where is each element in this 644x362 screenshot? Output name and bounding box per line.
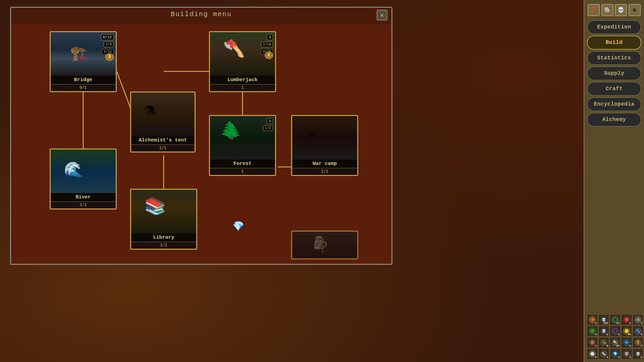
inv-slot-3-4[interactable]: 🔷 5 [621,337,632,348]
forest-counter: 1 [210,168,275,175]
build-button[interactable]: Build [587,36,641,50]
bridge-label: Bridge [51,76,116,84]
skull-icon[interactable]: 💀 [615,4,627,16]
inv-slot-1-4[interactable]: 🔴 1 [621,314,632,325]
library-counter: 1/1 [131,242,196,249]
inv-count: 3 [641,321,642,324]
inv-count: 1 [629,321,631,324]
inv-slot-2-4[interactable]: 🟡 99 [621,326,632,337]
inv-count: 20 [616,344,620,347]
inv-slot-4-3[interactable]: 💎 3 [610,349,621,359]
inv-slot-1-3[interactable]: ⚙️ 12 [610,314,621,325]
library-image: 📚 [131,190,196,233]
library-card[interactable]: 📚 Library 1/1 [130,189,197,250]
inv-slot-2-3[interactable]: ⚗️ 4 [610,326,621,337]
inv-count: 5 [595,356,597,359]
lumberjack-badge1: 3 [267,34,273,40]
close-button[interactable]: ✕ [377,10,387,20]
lumberjack-card[interactable]: 🪓 3 1/19 0/15 2 Lumberjack 1 [209,31,276,92]
warcamp-card[interactable]: ⚔️ War camp 1/1 [291,115,358,176]
settings-icon[interactable]: ⚙️ [629,4,641,16]
bridge-card[interactable]: 0/12 1/9 5/15 3 Bridge 0/1 [50,31,117,92]
cursor-character: 💎 [232,221,244,232]
river-label: River [51,193,116,201]
river-card[interactable]: 🌊 River 1/1 [50,148,117,209]
inv-count: 3 [618,356,620,359]
bridge-coin: 3 [105,53,114,61]
supply-button[interactable]: Supply [587,66,641,80]
creature-icon[interactable]: 🐘 [601,4,613,16]
expedition-button[interactable]: Expedition [587,20,641,34]
forest-label: Forest [210,160,275,168]
inv-count: 5 [641,356,642,359]
inv-slot-2-2[interactable]: 💀 2 [598,326,609,337]
alchemist-label: Alchemist's tent [131,136,195,144]
inv-count: 12 [616,321,620,324]
inv-slot-4-5[interactable]: 💀 5 [633,349,643,359]
craft-button[interactable]: Craft [587,82,641,96]
encyclopedia-button[interactable]: Encyclopedia [587,97,641,111]
lumberjack-counter: 1 [210,84,275,91]
inv-count: 150 [603,321,608,324]
inv-count: 3 [629,356,631,359]
inv-count: 5 [641,344,642,347]
title-bar: Building menu ✕ [11,8,391,21]
statistics-button[interactable]: Statistics [587,51,641,65]
unknown-image: 🗿 [292,232,357,258]
inv-slot-3-3[interactable]: 💊 20 [610,337,621,348]
inv-count: 9 [606,344,608,347]
alchemist-image: ⚗️ [131,93,195,136]
forest-image: 🌲 3 1/2 [210,116,275,160]
building-menu-window: Building menu ✕ ▲ ▼ 0/12 1/9 5/15 [10,7,392,265]
alchemist-counter: 1/1 [131,144,195,152]
inventory-grid: 🌾 2 💀 150 ⚙️ 12 🔴 1 🪨 3 🌿 5 💀 2 ⚗️ [587,312,641,359]
sidebar-top-icons: ❓ 🐘 💀 ⚙️ [587,3,641,17]
inv-slot-2-5[interactable]: 🔧 9 [633,326,643,337]
inv-count: 3 [606,356,608,359]
inv-count: 5 [629,344,631,347]
lumberjack-coin: 2 [265,52,273,59]
inv-slot-4-2[interactable]: 🦴 3 [598,349,609,359]
inv-slot-4-1[interactable]: ⚪ 5 [587,349,598,359]
window-title: Building menu [171,10,232,18]
forest-card[interactable]: 🌲 3 1/2 Forest 1 [209,115,276,176]
bridge-badge2: 1/9 [104,42,114,47]
inv-count: 2 [606,333,608,336]
inv-slot-4-4[interactable]: 🐺 3 [621,349,632,359]
inv-slot-3-2[interactable]: 🪶 9 [598,337,609,348]
river-image: 🌊 [51,149,116,193]
bridge-badge1: 0/12 [101,34,114,40]
unknown-card[interactable]: 🗿 [291,231,358,259]
inv-count: 2 [595,321,597,324]
forest-badge1: 3 [267,118,273,124]
lumberjack-badge2: 1/19 [261,42,273,47]
warcamp-counter: 1/1 [292,168,357,175]
inv-count: 9 [641,333,642,336]
help-icon[interactable]: ❓ [588,4,600,16]
warcamp-label: War camp [292,160,357,168]
inv-count: 99 [628,333,631,336]
inv-count: 1 [595,344,597,347]
lumberjack-label: Lumberjack [210,76,275,84]
inv-count: 4 [618,333,620,336]
library-label: Library [131,233,196,242]
inv-slot-1-2[interactable]: 💀 150 [598,314,609,325]
inv-slot-2-1[interactable]: 🌿 5 [587,326,598,337]
inv-slot-1-1[interactable]: 🌾 2 [587,314,598,325]
inv-count: 5 [595,333,597,336]
lumberjack-image: 🪓 3 1/19 0/15 2 [210,32,275,76]
warcamp-image: ⚔️ [292,116,357,160]
right-sidebar: ❓ 🐘 💀 ⚙️ Expedition Build Statistics Sup… [584,0,644,362]
forest-badge2: 1/2 [263,125,273,131]
svg-line-1 [117,71,132,112]
building-area: 0/12 1/9 5/15 3 Bridge 0/1 🌊 River 1/1 ⚗… [11,24,391,264]
alchemist-card[interactable]: ⚗️ Alchemist's tent 1/1 [130,92,196,153]
bridge-image: 0/12 1/9 5/15 3 [51,32,116,76]
inv-slot-3-1[interactable]: 🟤 1 [587,337,598,348]
river-counter: 1/1 [51,201,116,208]
alchemy-button[interactable]: Alchemy [587,113,641,127]
bridge-counter: 0/1 [51,84,116,91]
inv-slot-1-5[interactable]: 🪨 3 [633,314,643,325]
inv-slot-3-5[interactable]: 🪵 5 [633,337,643,348]
